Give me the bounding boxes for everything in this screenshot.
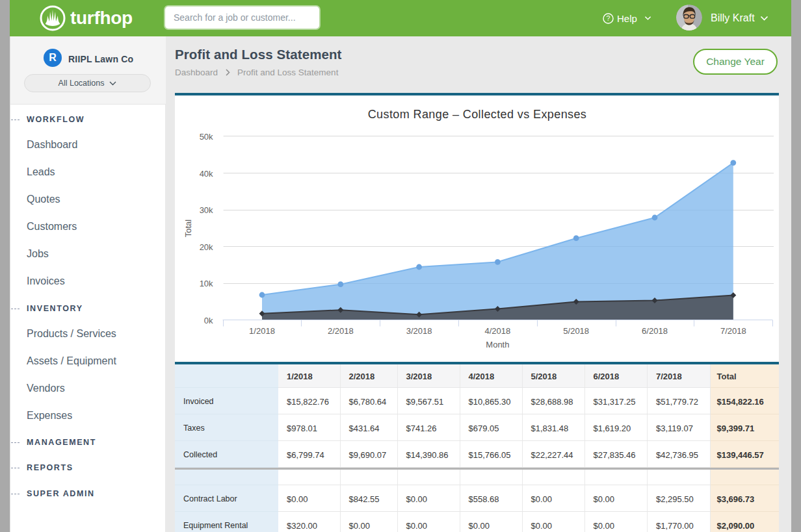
svg-text:?: ?: [607, 14, 611, 22]
svg-text:5/2018: 5/2018: [563, 326, 589, 336]
svg-text:10k: 10k: [200, 279, 213, 288]
svg-text:0k: 0k: [204, 316, 213, 325]
svg-text:40k: 40k: [200, 169, 213, 179]
svg-text:7/2018: 7/2018: [720, 326, 746, 336]
svg-text:4/2018: 4/2018: [485, 326, 511, 336]
svg-text:Total: Total: [183, 220, 193, 238]
svg-text:20k: 20k: [200, 242, 213, 252]
svg-text:6/2018: 6/2018: [642, 326, 668, 336]
svg-text:3/2018: 3/2018: [406, 326, 432, 336]
svg-text:Custom Range – Collected vs Ex: Custom Range – Collected vs Expenses: [368, 108, 587, 121]
svg-text:Month: Month: [486, 340, 509, 349]
svg-text:1/2018: 1/2018: [249, 326, 275, 336]
svg-text:50k: 50k: [200, 132, 213, 142]
svg-text:30k: 30k: [200, 205, 213, 215]
svg-text:2/2018: 2/2018: [328, 326, 354, 336]
